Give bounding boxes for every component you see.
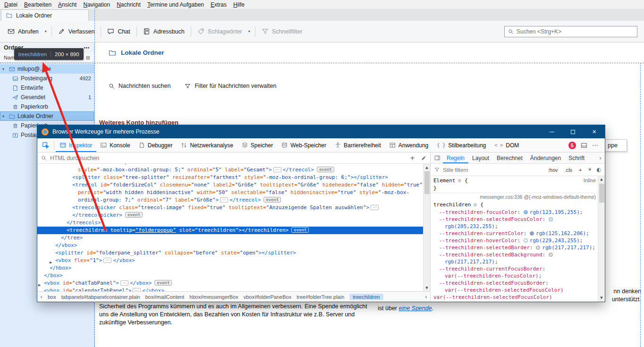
sidebar-tab-regeln[interactable]: Regeln — [443, 152, 468, 163]
markup-line[interactable]: <treechildren tooltip="folderpopup" slot… — [37, 227, 423, 234]
rule-line[interactable]: --treechildren-hoverColor: rgb(229,243,2… — [431, 237, 598, 244]
sidebar-tab-aenderungen[interactable]: Änderungen — [526, 152, 565, 163]
tool-tab-inspektor[interactable]: Inspektor — [56, 138, 96, 152]
spende-link[interactable]: eine Spende — [398, 305, 432, 312]
rule-line[interactable]: var(--treechildren-focusColor); — [431, 272, 598, 279]
close-button[interactable]: ✕ — [584, 125, 605, 138]
sidebar-tab-schrift[interactable]: Schrift — [565, 152, 588, 163]
rules-scrollbar[interactable]: ▲ ▼ — [598, 176, 605, 302]
rule-line[interactable]: treechildren⚙ { — [431, 201, 598, 209]
breadcrumb-forward-icon[interactable]: › — [425, 292, 427, 302]
color-swatch[interactable] — [530, 231, 534, 236]
breadcrumb-item-tree-foldertree-plain[interactable]: tree#folderTree.plain — [297, 294, 344, 300]
quickfilter-button[interactable]: Schnellfilter — [258, 25, 306, 38]
rule-line[interactable]: var(--treechildren-selectedFocusColor) — [431, 287, 598, 294]
markup-line[interactable]: ▶<vbox id="calendarTabPanel">⋯</vbox> — [37, 287, 423, 291]
tool-tab-speicher[interactable]: Speicher — [237, 138, 277, 152]
tool-tab-anwendung[interactable]: Anwendung — [385, 138, 432, 152]
compose-button[interactable]: Verfassen — [54, 25, 99, 38]
eyedropper-icon[interactable] — [421, 155, 426, 161]
style-filter-input[interactable] — [443, 167, 543, 173]
folder-row-entwuerfe[interactable]: Entwürfe — [0, 83, 94, 93]
color-scheme-icon[interactable]: ◐ — [596, 167, 601, 173]
markup-line[interactable]: </treecolpicker>event — [37, 212, 423, 219]
rule-line[interactable]: --treechildren-currentFocusBorder: — [431, 265, 598, 272]
markup-line[interactable]: <splitter class="tree-splitter" resizeaf… — [37, 174, 423, 181]
selector-highlight-icon[interactable]: ⚙ — [473, 203, 477, 207]
folder-row-lokale-ordner[interactable]: ▾Lokale Ordner — [0, 111, 94, 121]
rule-line[interactable]: --treechildren-currentColor: rgb(125,162… — [431, 230, 598, 237]
menu-item-bearbeiten[interactable]: Bearbeiten — [21, 0, 55, 9]
twisty-icon[interactable]: ▾ — [2, 114, 7, 118]
markup-line[interactable]: ▶<vbox flex="1">⋯</vbox> — [37, 257, 423, 264]
scroll-up-icon[interactable]: ▲ — [598, 176, 605, 183]
rule-line[interactable]: --treechildren-selectedBorder: rgb(217,2… — [431, 244, 598, 251]
scrollbar-thumb[interactable] — [424, 171, 430, 194]
rule-line[interactable]: rgb(217,217,217); — [431, 258, 598, 265]
color-swatch[interactable] — [536, 245, 540, 250]
search-messages-link[interactable]: Nachrichten suchen — [109, 83, 170, 89]
menu-item-nachricht[interactable]: Nachricht — [113, 0, 144, 9]
markup-scrollbar[interactable]: ▲ ▼ — [423, 164, 430, 291]
breadcrumb-item-treechildren[interactable]: treechildren — [349, 294, 383, 300]
ellipsis-badge[interactable]: ⋯ — [371, 205, 379, 210]
tags-dropdown-icon[interactable]: ▾ — [246, 26, 253, 36]
markup-line[interactable]: ordinal-group: 7;" ordinal="7" label="Gr… — [37, 196, 423, 204]
markup-line[interactable]: <treecol id="folderSizeCol" closemenu="n… — [37, 181, 423, 189]
tool-tab-stilbearbeitung[interactable]: { }Stilbearbeitung — [432, 138, 490, 152]
markup-line[interactable]: persist="width hidden hiddeninactive" wi… — [37, 189, 423, 196]
breadcrumb-item-vbox-folderpanebox[interactable]: vbox#folderPaneBox — [244, 294, 292, 300]
color-swatch[interactable] — [524, 210, 528, 214]
ellipsis-badge[interactable]: ⋯ — [120, 280, 128, 286]
event-badge[interactable]: event — [291, 227, 309, 233]
sidebar-tab-berechnet[interactable]: Berechnet — [493, 152, 526, 163]
breadcrumb-item-box[interactable]: box — [48, 294, 56, 300]
scroll-down-icon[interactable]: ▼ — [424, 284, 430, 291]
tool-tab-web-speicher[interactable]: Web-Speicher — [277, 138, 330, 152]
menu-item-navigation[interactable]: Navigation — [80, 0, 113, 9]
breadcrumb-item-box-mailcontent[interactable]: box#mailContent — [145, 294, 185, 300]
breadcrumb-item-tabpanels-tabpanelcontainer-plain[interactable]: tabpanels#tabpanelcontainer.plain — [61, 294, 140, 300]
twisty-icon[interactable]: ▾ — [2, 67, 7, 71]
rule-line[interactable]: InlineElement⚙ { — [431, 177, 598, 185]
rule-line[interactable]: rgb(205,232,255); — [431, 223, 598, 230]
rules-button-cls[interactable]: .cls — [563, 167, 574, 173]
breadcrumb-back-icon[interactable]: ‹ — [40, 292, 42, 302]
color-swatch[interactable] — [549, 217, 553, 221]
markup-line[interactable]: <splitter id="folderpane_splitter" colla… — [37, 249, 423, 257]
markup-line[interactable]: </treecols> — [37, 219, 423, 227]
event-badge[interactable]: event — [154, 280, 172, 286]
tool-tab-konsole[interactable]: Konsole — [96, 138, 134, 152]
folder-row-papierkorb[interactable]: Papierkorb — [0, 102, 94, 111]
folder-row-gesendet[interactable]: Gesendet1 — [0, 93, 94, 102]
folder-row-milupo-de[interactable]: ▾milupo@...de — [0, 64, 94, 74]
rule-line[interactable]: var(--treechildren-selectedFocusColor) — [431, 294, 598, 301]
menu-item-datei[interactable]: Datei — [1, 0, 21, 9]
rule-source-link[interactable]: messenger.css:336 @(-moz-windows-default… — [431, 193, 598, 201]
get-messages-dropdown-icon[interactable]: ▾ — [42, 26, 49, 36]
markup-search-input[interactable] — [50, 155, 407, 161]
tab-lokale-ordner[interactable]: Lokale Ordner — [1, 9, 89, 21]
ellipsis-badge[interactable]: ⋯ — [220, 197, 228, 203]
light-mode-icon[interactable]: ☀ — [588, 167, 593, 173]
rules-button-hov[interactable]: :hov — [547, 167, 559, 173]
folder-pane-menu-icon[interactable]: ⋯ — [84, 44, 90, 51]
scroll-down-icon[interactable]: ▼ — [598, 295, 605, 302]
rule-line[interactable]: --treechildren-focusColor: rgb(123,195,2… — [431, 209, 598, 216]
breadcrumb-item-hbox-messengerbox[interactable]: hbox#messengerBox — [189, 294, 238, 300]
toolbox-titlebar[interactable]: Browser Werkzeuge für mehrere Prozesse ✕ — [37, 125, 605, 138]
get-messages-button[interactable]: Abrufen — [4, 25, 42, 38]
tool-tab-barrierefreiheit[interactable]: Barrierefreiheit — [330, 138, 385, 152]
folder-row-posteingang[interactable]: Posteingang4922 — [0, 74, 94, 83]
tool-tab-dom[interactable]: < >DOM — [490, 138, 523, 152]
toolbox-menu-icon[interactable]: ⋯ — [592, 142, 599, 149]
tool-tab-debugger[interactable]: Debugger — [135, 138, 177, 152]
color-swatch[interactable] — [549, 253, 553, 257]
ellipsis-badge[interactable]: ⋯ — [133, 288, 141, 291]
menu-item-hilfe[interactable]: Hilfe — [230, 0, 248, 9]
manage-filters-link[interactable]: Filter für Nachrichten verwalten — [185, 83, 276, 89]
menu-item-ansicht[interactable]: Ansicht — [55, 0, 80, 9]
scrollbar-thumb[interactable] — [599, 184, 604, 203]
global-search-box[interactable] — [504, 26, 637, 37]
global-search-input[interactable] — [517, 28, 634, 35]
